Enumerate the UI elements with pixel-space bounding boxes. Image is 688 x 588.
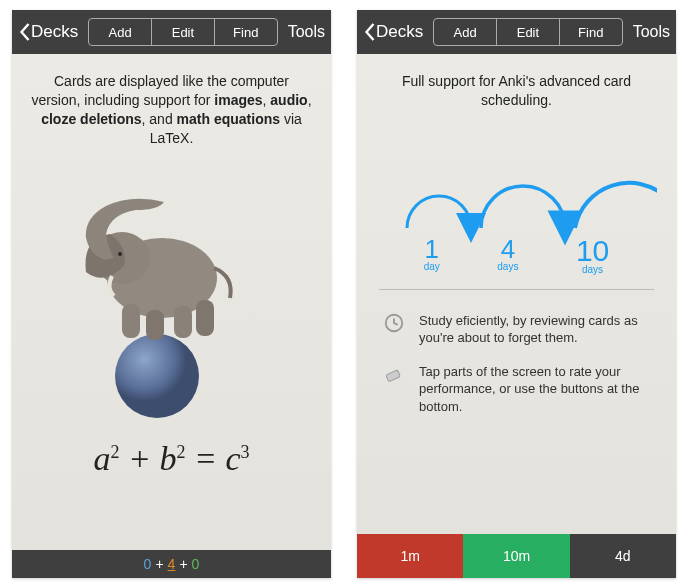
- counter-bar: 0 + 4 + 0: [12, 550, 331, 578]
- seg-find[interactable]: Find: [215, 19, 277, 45]
- back-label: Decks: [376, 22, 423, 42]
- card-content: Cards are displayed like the computer ve…: [12, 54, 331, 550]
- topbar: Decks Add Edit Find Tools: [12, 10, 331, 54]
- seg-add[interactable]: Add: [89, 19, 152, 45]
- chevron-left-icon: [18, 22, 31, 42]
- tip-text: Tap parts of the screen to rate your per…: [419, 363, 652, 416]
- svg-rect-4: [146, 310, 164, 340]
- tools-button[interactable]: Tools: [633, 23, 670, 41]
- tools-button[interactable]: Tools: [288, 23, 325, 41]
- equation: a2 + b2 = c3: [30, 440, 313, 478]
- svg-point-7: [118, 252, 122, 256]
- tip-row: Study eficiently, by reviewing cards as …: [375, 304, 658, 355]
- svg-point-0: [115, 334, 199, 418]
- rate-bar: 1m 10m 4d: [357, 534, 676, 578]
- seg-add[interactable]: Add: [434, 19, 497, 45]
- card-content: Full support for Anki's advanced card sc…: [357, 54, 676, 534]
- tip-row: Tap parts of the screen to rate your per…: [375, 355, 658, 424]
- interval-labels: 1 day 4 days 10 days: [395, 234, 638, 275]
- interval-1-unit: day: [424, 261, 440, 272]
- topbar: Decks Add Edit Find Tools: [357, 10, 676, 54]
- rate-good-button[interactable]: 10m: [463, 534, 569, 578]
- phone-right: Decks Add Edit Find Tools Full support f…: [357, 10, 676, 578]
- learning-count: 4: [168, 556, 176, 572]
- svg-rect-5: [174, 306, 192, 338]
- svg-rect-9: [386, 370, 401, 382]
- interval-2-unit: days: [497, 261, 518, 272]
- clock-icon: [383, 312, 405, 334]
- eraser-icon: [383, 363, 405, 385]
- card-description: Full support for Anki's advanced card sc…: [375, 72, 658, 110]
- back-label: Decks: [31, 22, 78, 42]
- card-image: [30, 168, 313, 418]
- new-count: 0: [144, 556, 152, 572]
- rate-easy-button[interactable]: 4d: [570, 534, 676, 578]
- chevron-left-icon: [363, 22, 376, 42]
- tip-text: Study eficiently, by reviewing cards as …: [419, 312, 652, 347]
- seg-find[interactable]: Find: [560, 19, 622, 45]
- svg-rect-6: [196, 300, 214, 336]
- interval-3-num: 10: [576, 234, 609, 268]
- segmented-control: Add Edit Find: [433, 18, 622, 46]
- back-button[interactable]: Decks: [18, 22, 78, 42]
- svg-rect-3: [122, 304, 140, 338]
- segmented-control: Add Edit Find: [88, 18, 277, 46]
- card-description: Cards are displayed like the computer ve…: [30, 72, 313, 148]
- review-count: 0: [192, 556, 200, 572]
- seg-edit[interactable]: Edit: [497, 19, 560, 45]
- elephant-on-ball-icon: [62, 168, 282, 418]
- rate-again-button[interactable]: 1m: [357, 534, 463, 578]
- seg-edit[interactable]: Edit: [152, 19, 215, 45]
- phone-left: Decks Add Edit Find Tools Cards are disp…: [12, 10, 331, 578]
- divider: [379, 289, 654, 290]
- back-button[interactable]: Decks: [363, 22, 423, 42]
